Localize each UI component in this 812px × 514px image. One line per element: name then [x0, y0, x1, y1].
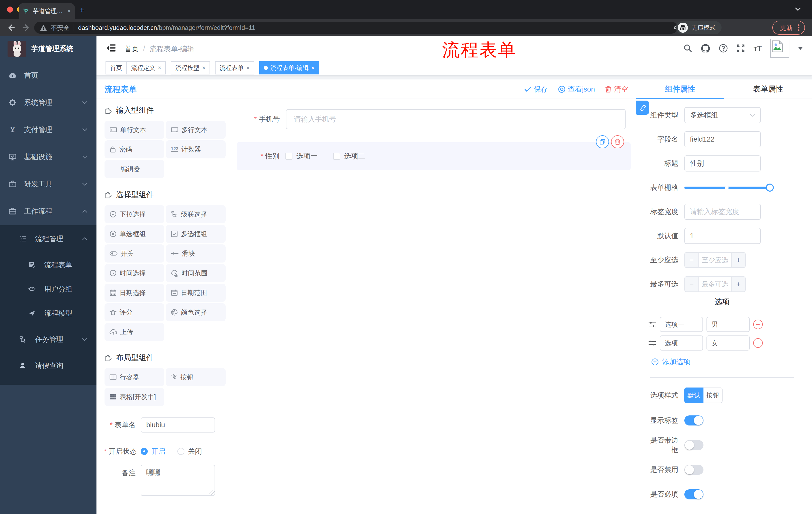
palette-item-editor[interactable]: 编辑器 [105, 160, 164, 178]
sidebar-item-system[interactable]: 系统管理 [0, 90, 96, 115]
option-2-label-input[interactable] [660, 335, 703, 351]
option-2-value-input[interactable] [706, 335, 750, 351]
add-option-button[interactable]: 添加选项 [651, 357, 812, 367]
default-value-input[interactable] [685, 228, 761, 244]
breadcrumb-home[interactable]: 首页 [125, 44, 139, 54]
canvas-field-gender-selected[interactable]: 性别 选项一 选项二 [237, 142, 631, 170]
disabled-toggle[interactable] [685, 465, 703, 475]
tab-close-icon[interactable]: × [67, 7, 71, 15]
canvas[interactable]: 手机号 性别 选项一 [231, 99, 636, 514]
palette-item-rate[interactable]: 评分 [105, 303, 164, 321]
remove-option-button[interactable]: − [753, 320, 763, 329]
copy-field-button[interactable] [596, 135, 609, 148]
address-bar[interactable]: 不安全 dashboard.yudao.iocoder.cn/bpm/manag… [34, 22, 677, 34]
max-select-input[interactable] [699, 277, 731, 292]
stepper-minus-button[interactable]: − [685, 253, 699, 267]
fullscreen-icon[interactable] [736, 44, 745, 53]
clear-button[interactable]: 清空 [605, 84, 628, 94]
palette-item-upload[interactable]: 上传 [105, 323, 164, 341]
security-warning-icon[interactable] [40, 25, 47, 31]
palette-item-color-picker[interactable]: 颜色选择 [166, 303, 226, 321]
sidebar-collapse-icon[interactable] [107, 44, 116, 52]
new-tab-button[interactable]: + [79, 5, 84, 14]
tag-close-icon[interactable]: × [246, 64, 250, 72]
browser-menu-kebab-icon[interactable] [798, 24, 800, 31]
tab-component-props[interactable]: 组件属性 [636, 79, 724, 99]
sidebar-item-process-model[interactable]: 流程模型 [0, 301, 96, 325]
browser-tab[interactable]: 芋道管理系统 × [19, 3, 75, 19]
option-1-value-input[interactable] [706, 317, 750, 332]
drag-handle-icon[interactable] [648, 340, 656, 347]
palette-item-radio-group[interactable]: 单选框组 [105, 225, 164, 243]
phone-input[interactable] [286, 109, 626, 129]
sidebar-item-process-mgmt[interactable]: 流程管理 [0, 227, 96, 251]
palette-item-multi-text[interactable]: 多行文本 [166, 121, 226, 139]
label-width-input[interactable] [685, 204, 761, 220]
sidebar-item-leave-query[interactable]: 请假查询 [0, 354, 96, 378]
tag-close-icon[interactable]: × [202, 64, 205, 72]
palette-item-select[interactable]: 下拉选择 [105, 205, 164, 223]
palette-item-table[interactable]: 表格[开发中] [105, 388, 164, 406]
form-grid-slider[interactable] [685, 180, 773, 195]
option-1-label-input[interactable] [660, 317, 703, 332]
palette-item-date-picker[interactable]: 日期选择 [105, 283, 164, 302]
tag-close-icon[interactable]: × [158, 64, 161, 72]
status-off-radio[interactable]: 关闭 [177, 447, 202, 456]
tag-process-form-edit[interactable]: 流程表单-编辑 × [259, 61, 319, 75]
palette-item-single-text[interactable]: 单行文本 [105, 121, 164, 139]
palette-item-counter[interactable]: 123 计数器 [166, 140, 226, 158]
sidebar-item-workflow[interactable]: 工作流程 [0, 199, 96, 224]
slider-handle[interactable] [766, 184, 774, 192]
traffic-close-button[interactable] [7, 6, 13, 12]
github-icon[interactable] [701, 44, 710, 53]
palette-item-cascader[interactable]: 级联选择 [166, 205, 226, 223]
palette-item-time-picker[interactable]: 时间选择 [105, 264, 164, 282]
tab-search-chevron-icon[interactable] [795, 7, 801, 11]
palette-item-time-range[interactable]: 时间范围 [166, 264, 226, 282]
sidebar-item-devtools[interactable]: 研发工具 [0, 171, 96, 197]
palette-item-slider[interactable]: 滑块 [166, 244, 226, 263]
status-on-radio[interactable]: 开启 [141, 447, 165, 456]
show-label-toggle[interactable] [685, 415, 703, 426]
style-default-button[interactable]: 默认 [685, 387, 703, 403]
view-json-button[interactable]: 查看json [558, 84, 595, 94]
palette-item-row-container[interactable]: 行容器 [105, 368, 164, 386]
stepper-plus-button[interactable]: + [731, 277, 745, 292]
form-name-input[interactable] [141, 417, 215, 433]
field-name-input[interactable] [685, 131, 761, 147]
sidebar-item-task-mgmt[interactable]: 任务管理 [0, 327, 96, 352]
tag-process-definition[interactable]: 流程定义 × [127, 61, 166, 75]
back-icon[interactable] [7, 24, 15, 32]
tab-form-props[interactable]: 表单属性 [724, 79, 812, 99]
sidebar-item-payment[interactable]: ¥ 支付管理 [0, 117, 96, 142]
tag-close-icon[interactable]: × [311, 64, 315, 72]
with-border-toggle[interactable] [685, 440, 703, 450]
canvas-field-phone[interactable]: 手机号 [237, 109, 631, 129]
remove-option-button[interactable]: − [753, 338, 763, 348]
gender-option-2-checkbox[interactable]: 选项二 [333, 152, 365, 161]
required-toggle[interactable] [685, 489, 703, 499]
slider-track[interactable] [685, 187, 773, 189]
help-icon[interactable] [719, 44, 728, 53]
form-remark-textarea[interactable]: 嘿嘿 [141, 465, 215, 496]
save-button[interactable]: 保存 [524, 84, 548, 94]
forward-icon[interactable] [22, 24, 30, 32]
palette-item-password[interactable]: 密码 [105, 140, 164, 158]
tag-home[interactable]: 首页 [106, 61, 127, 75]
drag-handle-icon[interactable] [648, 321, 656, 328]
sidebar-item-process-form[interactable]: 流程表单 [0, 253, 96, 277]
sidebar-item-infrastructure[interactable]: 基础设施 [0, 144, 96, 169]
update-menu-button[interactable]: 更新 [772, 21, 805, 35]
sidebar-item-user-groups[interactable]: 用户分组 [0, 277, 96, 301]
stepper-plus-button[interactable]: + [731, 253, 745, 267]
delete-field-button[interactable] [611, 135, 624, 148]
stepper-minus-button[interactable]: − [685, 277, 699, 292]
gender-option-1-checkbox[interactable]: 选项一 [285, 152, 318, 161]
palette-item-switch[interactable]: 开关 [105, 244, 164, 263]
style-button-button[interactable]: 按钮 [703, 387, 723, 403]
palette-item-checkbox-group[interactable]: 多选框组 [166, 225, 226, 243]
min-select-input[interactable] [699, 253, 731, 267]
tag-process-model[interactable]: 流程模型 × [171, 61, 210, 75]
avatar[interactable] [770, 39, 789, 58]
title-input[interactable] [685, 155, 761, 171]
